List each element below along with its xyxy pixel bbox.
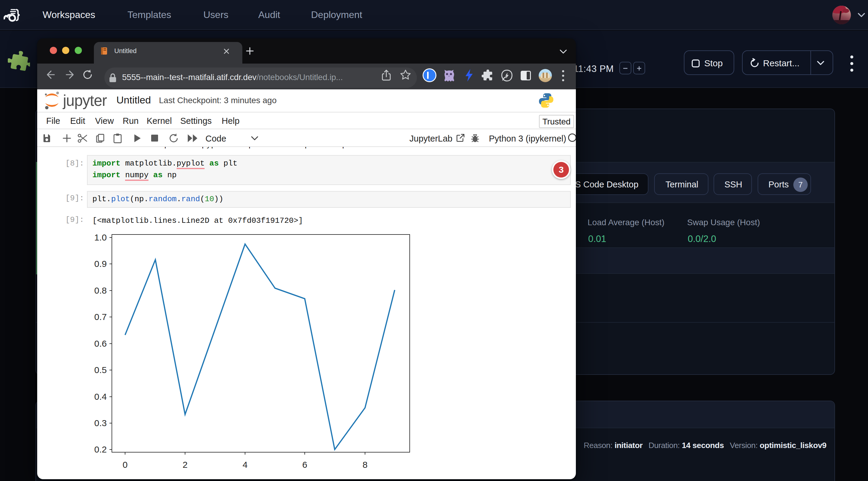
svg-text:0.9: 0.9	[94, 259, 107, 269]
svg-text:0.2: 0.2	[94, 444, 107, 454]
svg-text:4: 4	[243, 460, 248, 468]
svg-text:1.0: 1.0	[94, 232, 107, 242]
svg-text:0.7: 0.7	[94, 312, 107, 322]
svg-text:0.4: 0.4	[94, 392, 107, 402]
svg-text:0.3: 0.3	[94, 418, 107, 428]
svg-text:0: 0	[123, 460, 128, 468]
svg-text:0.6: 0.6	[94, 339, 107, 348]
svg-text:2: 2	[183, 460, 188, 468]
svg-text:0.8: 0.8	[94, 286, 107, 295]
svg-text:6: 6	[302, 460, 307, 468]
svg-text:0.5: 0.5	[94, 365, 107, 375]
svg-text:8: 8	[363, 460, 368, 468]
